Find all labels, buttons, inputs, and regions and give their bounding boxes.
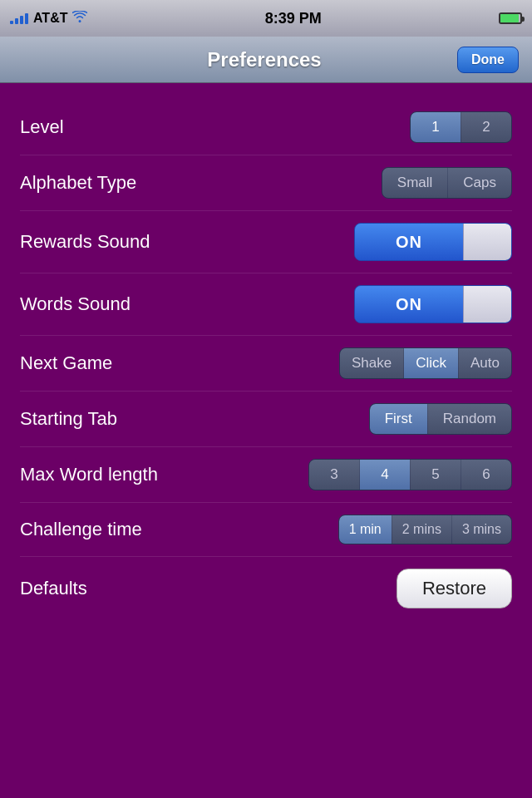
preferences-content: Level 1 2 Alphabet Type Small Caps Rewar… bbox=[0, 83, 532, 637]
max-word-length-label: Max Word length bbox=[20, 464, 158, 485]
challenge-2mins[interactable]: 2 mins bbox=[392, 515, 451, 544]
level-option-2[interactable]: 2 bbox=[461, 112, 511, 142]
alphabet-small-option[interactable]: Small bbox=[382, 168, 448, 198]
next-game-row: Next Game Shake Click Auto bbox=[20, 336, 512, 392]
challenge-time-row: Challenge time 1 min 2 mins 3 mins bbox=[20, 503, 512, 557]
signal-bars-icon bbox=[10, 13, 28, 24]
starting-tab-random[interactable]: Random bbox=[428, 404, 511, 434]
alphabet-type-label: Alphabet Type bbox=[20, 172, 136, 194]
rewards-sound-row: Rewards Sound ON bbox=[20, 211, 512, 273]
next-game-shake[interactable]: Shake bbox=[340, 348, 403, 378]
status-right bbox=[499, 12, 522, 24]
level-control: 1 2 bbox=[410, 111, 512, 143]
max-word-length-control: 3 4 5 6 bbox=[308, 459, 512, 490]
challenge-time-control: 1 min 2 mins 3 mins bbox=[338, 515, 512, 544]
nav-bar: Preferences Done bbox=[0, 37, 532, 83]
challenge-3mins[interactable]: 3 mins bbox=[452, 515, 511, 544]
defaults-label: Defaults bbox=[20, 578, 87, 599]
restore-button[interactable]: Restore bbox=[397, 569, 512, 608]
starting-tab-row: Starting Tab First Random bbox=[20, 392, 512, 447]
word-length-4[interactable]: 4 bbox=[360, 460, 410, 490]
words-sound-toggle[interactable]: ON bbox=[354, 285, 512, 323]
starting-tab-control: First Random bbox=[369, 403, 512, 435]
words-toggle-on-label: ON bbox=[355, 286, 463, 323]
rewards-sound-label: Rewards Sound bbox=[20, 231, 150, 253]
challenge-1min[interactable]: 1 min bbox=[339, 515, 392, 544]
alphabet-caps-option[interactable]: Caps bbox=[448, 168, 511, 198]
max-word-length-row: Max Word length 3 4 5 6 bbox=[20, 447, 512, 503]
next-game-control: Shake Click Auto bbox=[339, 347, 512, 379]
carrier-label: AT&T bbox=[33, 11, 67, 26]
toggle-thumb bbox=[463, 224, 511, 260]
starting-tab-label: Starting Tab bbox=[20, 408, 117, 430]
words-sound-row: Words Sound ON bbox=[20, 273, 512, 336]
challenge-time-label: Challenge time bbox=[20, 519, 142, 540]
rewards-sound-toggle[interactable]: ON bbox=[354, 223, 512, 261]
status-time: 8:39 PM bbox=[265, 10, 322, 27]
level-row: Level 1 2 bbox=[20, 100, 512, 155]
starting-tab-first[interactable]: First bbox=[370, 404, 427, 434]
word-length-6[interactable]: 6 bbox=[461, 460, 511, 490]
wifi-icon bbox=[72, 11, 87, 26]
word-length-3[interactable]: 3 bbox=[309, 460, 359, 490]
status-left: AT&T bbox=[10, 11, 87, 26]
next-game-click[interactable]: Click bbox=[404, 348, 458, 378]
words-sound-label: Words Sound bbox=[20, 293, 131, 315]
words-toggle-thumb bbox=[463, 286, 511, 323]
defaults-row: Defaults Restore bbox=[20, 557, 512, 620]
page-title: Preferences bbox=[71, 48, 457, 71]
done-button[interactable]: Done bbox=[457, 47, 519, 73]
status-bar: AT&T 8:39 PM bbox=[0, 0, 532, 37]
battery-icon bbox=[499, 12, 522, 24]
level-label: Level bbox=[20, 116, 64, 138]
next-game-label: Next Game bbox=[20, 352, 112, 374]
next-game-auto[interactable]: Auto bbox=[459, 348, 511, 378]
toggle-on-label: ON bbox=[355, 224, 463, 260]
alphabet-type-control: Small Caps bbox=[382, 167, 512, 199]
alphabet-type-row: Alphabet Type Small Caps bbox=[20, 155, 512, 211]
level-option-1[interactable]: 1 bbox=[411, 112, 461, 142]
word-length-5[interactable]: 5 bbox=[411, 460, 461, 490]
